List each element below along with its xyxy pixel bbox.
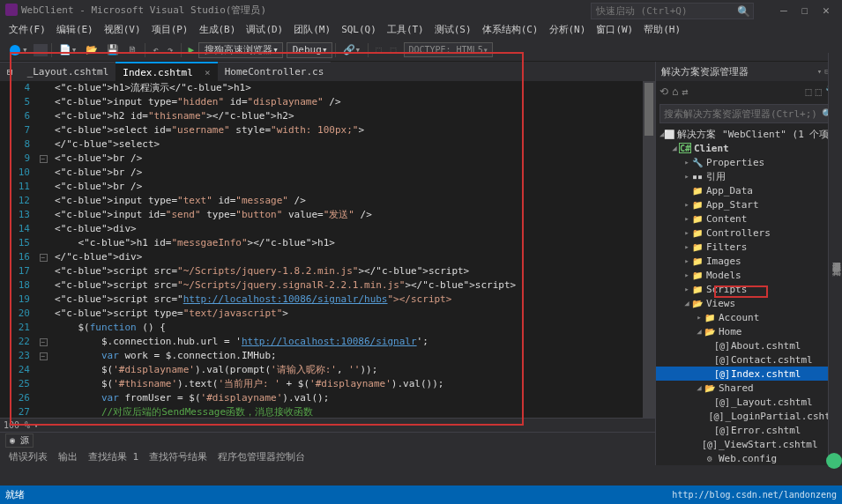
- home-icon[interactable]: ⟲: [659, 85, 668, 98]
- tab-layout[interactable]: _Layout.cshtml: [20, 62, 116, 81]
- node-contact[interactable]: [@]Contact.cshtml: [656, 352, 842, 367]
- editor-area: ⊞ _Layout.cshtml Index.cshtml × HomeCont…: [0, 62, 655, 465]
- solution-explorer-title: 解决方案资源管理器 ▾⊟✕: [656, 62, 842, 81]
- tab-strip: ⊞ _Layout.cshtml Index.cshtml × HomeCont…: [0, 62, 655, 81]
- node-layout[interactable]: [@]_Layout.cshtml: [656, 395, 842, 409]
- browserlink-icon[interactable]: 🔗▾: [339, 43, 365, 56]
- solution-search[interactable]: 搜索解决方案资源管理器(Ctrl+;)🔍: [659, 104, 838, 123]
- menu-team[interactable]: 团队(M): [288, 21, 336, 38]
- nav-back-button[interactable]: ▾: [6, 43, 32, 56]
- vertical-scrollbar[interactable]: [643, 81, 655, 418]
- node-appdata[interactable]: 📁App_Data: [656, 183, 842, 197]
- close-tab-icon[interactable]: ×: [205, 67, 211, 78]
- tab-output[interactable]: 输出: [53, 448, 83, 465]
- right-side-strip[interactable]: 服务器资源管理器 工具箱: [828, 53, 842, 464]
- node-appstart[interactable]: ▸📁App_Start: [656, 197, 842, 211]
- source-view-button[interactable]: ◉ 源: [5, 434, 34, 448]
- menu-sql[interactable]: SQL(Q): [336, 22, 382, 37]
- show-all-icon[interactable]: ⬚: [816, 85, 822, 98]
- tab-index[interactable]: Index.cshtml ×: [115, 62, 217, 81]
- source-view-bar: ◉ 源: [0, 432, 655, 448]
- project-node[interactable]: ◢C#Client: [656, 141, 842, 155]
- menu-debug[interactable]: 调试(D): [241, 21, 288, 38]
- save-button[interactable]: 💾: [103, 43, 123, 56]
- feedback-bubble-icon[interactable]: [826, 453, 842, 469]
- zoom-level[interactable]: 100 %: [4, 420, 30, 430]
- menu-help[interactable]: 帮助(H): [638, 21, 686, 38]
- node-about[interactable]: [@]About.cshtml: [656, 338, 842, 352]
- open-button[interactable]: 📂: [82, 43, 101, 56]
- quick-launch-placeholder: 快速启动 (Ctrl+Q): [596, 4, 688, 18]
- node-controllers[interactable]: ▸📁Controllers: [656, 226, 842, 240]
- menu-window[interactable]: 窗口(W): [591, 21, 638, 38]
- solution-node[interactable]: ◢⬜解决方案 "WebClient" (1 个项目): [656, 127, 842, 141]
- node-loginpartial[interactable]: [@]_LoginPartial.cshtml: [656, 409, 842, 423]
- scroll-thumb[interactable]: [645, 83, 653, 136]
- solution-toolbar: ⟲ ⌂ ⇄ ⬚ ⬚ 🔧: [656, 81, 842, 102]
- close-button[interactable]: ✕: [816, 4, 837, 17]
- tab-package-manager[interactable]: 程序包管理器控制台: [212, 448, 310, 465]
- status-ready: 就绪: [5, 488, 25, 501]
- menu-bar: 文件(F) 编辑(E) 视图(V) 项目(P) 生成(B) 调试(D) 团队(M…: [0, 19, 842, 39]
- tab-homecontroller[interactable]: HomeController.cs: [218, 62, 332, 81]
- sync-icon[interactable]: ⇄: [682, 85, 688, 98]
- node-webconfig1[interactable]: ⚙Web.config: [656, 451, 842, 465]
- comment-icon[interactable]: ⬚: [387, 43, 400, 56]
- node-filters[interactable]: ▸📁Filters: [656, 240, 842, 254]
- menu-file[interactable]: 文件(F): [4, 21, 51, 38]
- status-url: http://blog.csdn.net/landonzeng: [672, 490, 837, 500]
- doctype-combo[interactable]: DOCTYPE: HTML5 ▾: [404, 42, 492, 57]
- new-project-button[interactable]: 📄▾: [56, 43, 81, 56]
- format-icon[interactable]: ⬚: [372, 43, 385, 56]
- run-button[interactable]: ▶: [185, 43, 198, 56]
- redo-button[interactable]: ↷: [164, 43, 177, 56]
- config-combo[interactable]: Debug ▾: [287, 42, 332, 58]
- menu-view[interactable]: 视图(V): [99, 21, 146, 38]
- node-properties[interactable]: ▸🔧Properties: [656, 155, 842, 169]
- menu-analyze[interactable]: 分析(N): [544, 21, 592, 38]
- toolbar: ▾ 📄▾ 📂 💾 🗎 ↶ ↷ ▶ 搜狗高速浏览器 ▾ Debug ▾ 🔗▾ ⬚ …: [0, 39, 842, 62]
- quick-launch[interactable]: 快速启动 (Ctrl+Q) 🔍: [591, 3, 754, 19]
- solution-explorer: 解决方案资源管理器 ▾⊟✕ ⟲ ⌂ ⇄ ⬚ ⬚ 🔧 搜索解决方案资源管理器(Ct…: [655, 62, 842, 465]
- node-shared[interactable]: ◢📂Shared: [656, 381, 842, 395]
- code-content[interactable]: <"c-blue">h1>流程演示</"c-blue">h1><"c-blue"…: [49, 81, 643, 418]
- tab-error-list[interactable]: 错误列表: [4, 448, 53, 465]
- status-bar: 就绪 http://blog.csdn.net/landonzeng: [0, 485, 842, 504]
- annotation-box-index: [714, 285, 768, 298]
- menu-build[interactable]: 生成(B): [194, 21, 242, 38]
- line-gutter: 4567891011121314151617181920212223242526…: [0, 81, 37, 418]
- undo-button[interactable]: ↶: [149, 43, 162, 56]
- output-tabs: 错误列表 输出 查找结果 1 查找符号结果 程序包管理器控制台: [0, 448, 655, 465]
- home-icon[interactable]: ⌂: [672, 85, 678, 98]
- node-images[interactable]: ▸📁Images: [656, 254, 842, 268]
- node-home[interactable]: ◢📂Home: [656, 324, 842, 338]
- browser-combo[interactable]: 搜狗高速浏览器 ▾: [198, 42, 283, 58]
- menu-tools[interactable]: 工具(T): [382, 21, 429, 38]
- node-content[interactable]: ▸📁Content: [656, 211, 842, 226]
- node-viewstart[interactable]: [@]_ViewStart.cshtml: [656, 437, 842, 451]
- node-account[interactable]: ▸📁Account: [656, 310, 842, 324]
- panel-dropdown-icon[interactable]: ▾: [817, 67, 822, 76]
- node-index[interactable]: [@]Index.cshtml: [656, 367, 842, 381]
- node-refs[interactable]: ▸▪▪引用: [656, 169, 842, 183]
- tab-pin[interactable]: ⊞: [0, 62, 20, 81]
- menu-arch[interactable]: 体系结构(C): [477, 21, 544, 38]
- menu-project[interactable]: 项目(P): [146, 21, 194, 38]
- nav-fwd-button[interactable]: [34, 44, 48, 56]
- node-error[interactable]: [@]Error.cshtml: [656, 423, 842, 437]
- maximize-button[interactable]: ☐: [794, 4, 816, 17]
- node-models[interactable]: ▸📁Models: [656, 268, 842, 282]
- tab-find-symbol[interactable]: 查找符号结果: [144, 448, 212, 465]
- tab-find1[interactable]: 查找结果 1: [83, 448, 144, 465]
- save-all-button[interactable]: 🗎: [124, 43, 141, 56]
- fold-column[interactable]: −−−−−−−: [37, 81, 49, 418]
- code-editor[interactable]: 4567891011121314151617181920212223242526…: [0, 81, 655, 418]
- minimize-button[interactable]: —: [773, 4, 794, 17]
- collapse-icon[interactable]: ⬚: [806, 85, 812, 98]
- zoom-bar: 100 %▾: [0, 418, 655, 432]
- search-icon: 🔍: [737, 5, 750, 18]
- menu-edit[interactable]: 编辑(E): [51, 21, 99, 38]
- node-views[interactable]: ◢📂Views: [656, 296, 842, 310]
- vs-icon: [5, 4, 18, 16]
- menu-test[interactable]: 测试(S): [429, 21, 477, 38]
